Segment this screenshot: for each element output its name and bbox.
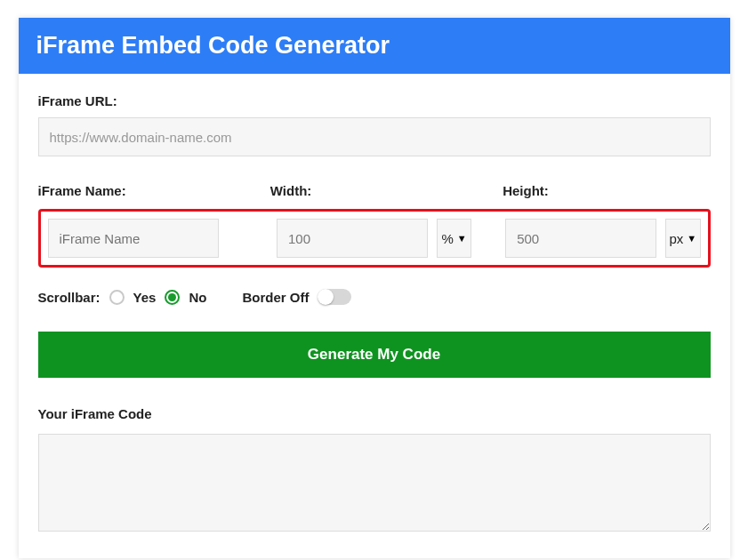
dimension-inputs-row: % ▼ px ▼ xyxy=(38,209,711,268)
generate-button[interactable]: Generate My Code xyxy=(38,332,711,378)
scrollbar-label: Scrollbar: xyxy=(38,290,101,305)
page-title: iFrame Embed Code Generator xyxy=(36,32,390,59)
height-unit-value: px xyxy=(669,231,683,246)
border-label: Border Off xyxy=(242,290,309,305)
scrollbar-yes-text: Yes xyxy=(133,290,157,305)
name-input[interactable] xyxy=(48,219,219,258)
card-body: iFrame URL: iFrame Name: Width: Height: … xyxy=(19,74,730,558)
width-input[interactable] xyxy=(277,219,428,258)
url-input[interactable] xyxy=(38,117,711,156)
options-row: Scrollbar: Yes No Border Off xyxy=(38,289,711,305)
chevron-down-icon: ▼ xyxy=(457,233,467,244)
height-label: Height: xyxy=(503,183,710,198)
scrollbar-no-radio[interactable] xyxy=(165,290,180,305)
height-input[interactable] xyxy=(505,219,656,258)
scrollbar-yes-radio[interactable] xyxy=(109,290,125,305)
name-label: iFrame Name: xyxy=(38,183,270,198)
output-label: Your iFrame Code xyxy=(38,406,711,421)
generator-card: iFrame Embed Code Generator iFrame URL: … xyxy=(19,18,730,558)
width-label: Width: xyxy=(270,183,503,198)
card-header: iFrame Embed Code Generator xyxy=(19,18,730,74)
chevron-down-icon: ▼ xyxy=(687,233,696,244)
width-unit-value: % xyxy=(442,231,454,246)
scrollbar-no-text: No xyxy=(189,290,206,305)
border-toggle[interactable] xyxy=(318,289,351,305)
output-textarea[interactable] xyxy=(38,434,711,532)
dimension-labels-row: iFrame Name: Width: Height: xyxy=(38,183,711,207)
url-label: iFrame URL: xyxy=(38,93,711,108)
width-unit-select[interactable]: % ▼ xyxy=(437,219,471,258)
height-unit-select[interactable]: px ▼ xyxy=(665,219,700,258)
